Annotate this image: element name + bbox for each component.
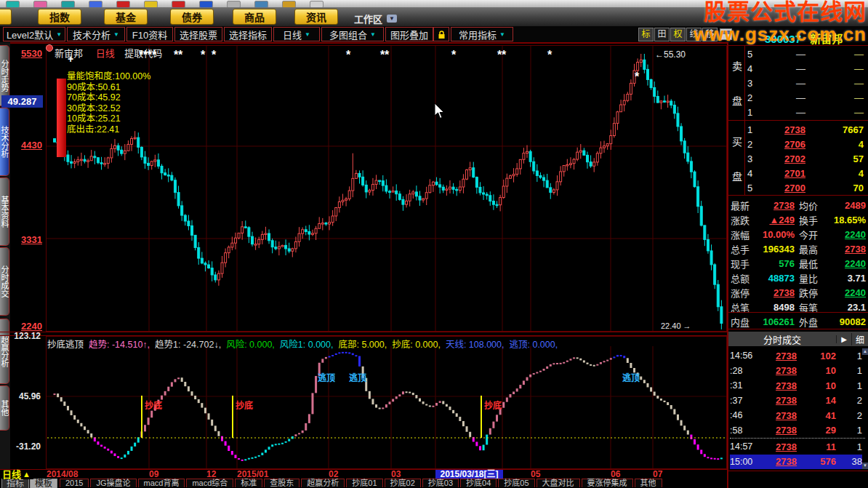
ticker-row[interactable]: :462738412	[730, 408, 862, 423]
volume: 70	[805, 183, 867, 193]
sidebar-tab-tick-trades[interactable]: 分时成交	[0, 247, 9, 316]
menu-item-multi-chart[interactable]: 多图组合▼	[321, 27, 384, 41]
template-tab[interactable]: 抄底01	[346, 479, 382, 487]
buy-row-2[interactable]: 227064	[747, 137, 867, 151]
workspace-button[interactable]: 工作区 ▼	[354, 12, 397, 25]
sell-row-4[interactable]: 4——	[747, 61, 867, 76]
menu-item-common-indicators[interactable]: 常用指标▼	[451, 27, 513, 41]
template-tab[interactable]: 抄底04	[460, 479, 497, 487]
trade-time: 15:00	[730, 457, 759, 467]
sidebar-tab-chaoying-analysis[interactable]: 超赢分析	[0, 319, 9, 384]
trade-price: 2738	[759, 365, 797, 376]
toolbar-tab-4[interactable]: 商品	[233, 9, 276, 25]
sell-row-3[interactable]: 3——	[747, 76, 867, 90]
price-axis-label: 2240	[7, 321, 42, 332]
trade-count: 1	[836, 441, 862, 452]
menu-item-lock[interactable]	[433, 27, 449, 41]
indicator-param: 趋势: -14.510↑,	[89, 337, 150, 351]
template-tab[interactable]: 其他	[635, 479, 662, 487]
buy-row-1[interactable]: 127387667	[747, 122, 867, 137]
price: 2702	[758, 153, 805, 164]
menu-item-f10-info[interactable]: F10资料	[126, 27, 173, 41]
price: —	[758, 107, 805, 118]
menu-item-level2-default[interactable]: Level2默认▼	[3, 27, 65, 41]
ticker-row[interactable]: :582738291	[730, 423, 862, 438]
buy-row-4[interactable]: 427014	[747, 166, 867, 180]
ticker-row[interactable]: :282738101	[730, 364, 862, 378]
workspace-label: 工作区	[354, 12, 382, 25]
menu-item-chart-overlay[interactable]: 图形叠加	[385, 27, 433, 41]
level: 5	[747, 183, 758, 193]
cost-overlay: 量能饱和度:100.00%90成本:50.6170成本:45.9230成本:32…	[67, 71, 150, 135]
stat-value: 8498	[754, 302, 795, 313]
template-tab[interactable]: 抄底03	[422, 479, 459, 487]
sell-row-5[interactable]: 5——	[747, 47, 867, 61]
scroll-up-button[interactable]: ▲	[862, 348, 868, 355]
menu-item-select-indicator[interactable]: 选择指标	[224, 27, 272, 41]
template-tab[interactable]: 查股东	[264, 479, 300, 487]
template-tab[interactable]: 2015	[60, 479, 89, 487]
period-button[interactable]: 日线 ▲	[2, 470, 33, 479]
tool-grid[interactable]: 田	[654, 28, 670, 41]
toolbar-tab-3[interactable]: 债券	[170, 9, 214, 25]
sell-row-1[interactable]: 1——	[747, 105, 867, 119]
price: —	[758, 78, 805, 89]
trade-volume: 14	[797, 395, 836, 406]
toolbar-tab-1[interactable]: 指数	[38, 9, 81, 25]
template-tab[interactable]: 大盘对比	[537, 479, 580, 487]
tool-mark[interactable]: 标	[638, 28, 654, 41]
sidebar-tab-others[interactable]: 其他	[0, 385, 9, 431]
sell-row-2[interactable]: 2——	[747, 90, 867, 105]
ticker-row[interactable]: :372738142	[730, 393, 862, 408]
menu-item-label: 选择指标	[229, 28, 267, 41]
tool-move[interactable]: 移	[702, 28, 718, 41]
template-tab[interactable]: 抄底05	[498, 479, 534, 487]
template-tab[interactable]: macd综合	[186, 479, 233, 487]
chart-period-label: 日线	[96, 48, 115, 59]
stat-label: 均价	[799, 199, 825, 212]
ticker-row[interactable]: :312738101	[730, 378, 862, 393]
stat-label: 涨幅	[731, 228, 754, 241]
template-tab[interactable]: 要涨停集成	[582, 479, 633, 487]
template-tab[interactable]: 超赢分析	[301, 479, 345, 487]
volume: 57	[805, 153, 867, 164]
scroll-down-button[interactable]: ▼	[862, 463, 868, 469]
buy-row-5[interactable]: 5270070	[747, 180, 867, 195]
ticker-detail-button[interactable]: 细	[851, 333, 868, 345]
close-icon[interactable]	[46, 44, 53, 52]
stat-label: 涨停	[731, 286, 754, 300]
candlestick-panel[interactable]: 新宙邦 日线 提取代码 + 量能饱和度:100.00%90成本:50.6170成…	[46, 45, 727, 332]
play-icon[interactable]: ▶	[836, 335, 851, 343]
sidebar-tab-technical-analysis[interactable]: 技术分析	[0, 108, 9, 176]
template-tab[interactable]: JG操盘论	[90, 479, 136, 487]
sidebar-tab-basic-info[interactable]: 基本资料	[0, 177, 9, 246]
stat-label: 跌停	[799, 286, 825, 300]
crosshair-marker: +	[68, 53, 73, 65]
trade-time: :31	[730, 380, 759, 391]
trade-price: 2738	[759, 456, 797, 467]
buy-row-3[interactable]: 3270257	[747, 151, 867, 166]
menu-item-label: 日线	[283, 28, 302, 41]
restore-window-icon[interactable]	[720, 28, 732, 40]
indicator-panel[interactable]: 抄底逃顶 趋势: -14.510↑,趋势1: -24.702↓,风险: 0.00…	[46, 336, 727, 469]
tool-line[interactable]: 线	[686, 28, 702, 41]
panel-tab-template[interactable]: 模板	[30, 479, 57, 488]
menu-item-select-stock[interactable]: 选择股票	[174, 27, 222, 41]
toolbar-tab-5[interactable]: 资讯	[294, 9, 338, 25]
price: 2738	[758, 124, 805, 135]
template-tab[interactable]: 抄底02	[385, 479, 421, 487]
stat-value: 196343	[754, 244, 795, 255]
toolbar-tab-partial[interactable]	[0, 9, 12, 25]
template-tab[interactable]: macd背离	[138, 479, 185, 487]
ticker-row[interactable]: 14:572738111	[730, 439, 862, 454]
ticker-row[interactable]: 15:00273857638	[730, 455, 862, 469]
right-panel: 分时成交 ▶ 细 卖盘买盘5——4——3——2——1——127387667227…	[728, 42, 868, 488]
volume: —	[805, 78, 867, 89]
menu-item-technical-analysis[interactable]: 技术分析▼	[67, 27, 125, 41]
toolbar-tab-2[interactable]: 基金	[104, 9, 148, 25]
divider	[728, 120, 868, 121]
template-tab[interactable]: 标准	[235, 479, 262, 487]
menu-item-daily-period[interactable]: 日线▼	[273, 27, 320, 41]
tool-rights[interactable]: 权	[670, 28, 686, 41]
ticker-row[interactable]: 14:5627381021	[730, 348, 862, 363]
